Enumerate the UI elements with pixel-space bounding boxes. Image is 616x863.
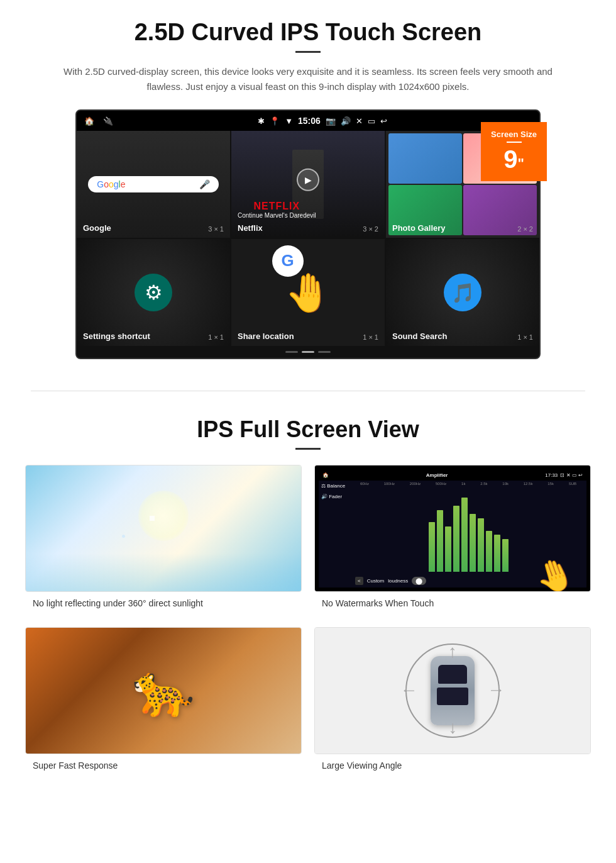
netflix-label: Netflix bbox=[238, 223, 263, 233]
dot-inactive-2 bbox=[318, 351, 331, 353]
window-icon: ▭ bbox=[368, 116, 375, 126]
img-card-sunlight bbox=[25, 465, 302, 592]
share-hand-wrapper: G 🤚 bbox=[285, 270, 332, 315]
amp-title: Amplifier bbox=[331, 472, 542, 478]
amplifier-image: 🏠 Amplifier 17:33 ⊡ ✕ ▭ ↩ ⚖ Balance 🔊 Fa… bbox=[315, 465, 590, 591]
screen-wrapper: Screen Size 9" 🏠 🔌 ✱ 📍 ▼ bbox=[75, 109, 541, 359]
google-label: Google bbox=[83, 223, 111, 233]
music-icon: 🎵 bbox=[444, 274, 481, 311]
cheetah-caption: Super Fast Response bbox=[25, 754, 302, 777]
image-card-car: ↑ ↑ ↑ ↑ Large Viewing Angle bbox=[314, 627, 591, 777]
amp-labels: ⚖ Balance 🔊 Fader bbox=[319, 481, 350, 587]
sunlight-image bbox=[26, 465, 301, 591]
eq-bar-6 bbox=[470, 514, 476, 572]
app-cell-settings[interactable]: ⚙ Settings shortcut 1 × 1 bbox=[77, 239, 230, 346]
app-cell-sound[interactable]: 🎵 Sound Search 1 × 1 bbox=[386, 239, 539, 346]
google-search-bar[interactable]: Google 🎤 bbox=[88, 176, 218, 192]
dot-active bbox=[302, 351, 314, 353]
android-screen: 🏠 🔌 ✱ 📍 ▼ 15:06 📷 🔊 ✕ ▭ ↩ bbox=[75, 109, 541, 359]
amp-home-icon: 🏠 bbox=[322, 472, 329, 478]
car-caption: Large Viewing Angle bbox=[314, 754, 591, 777]
status-bar: 🏠 🔌 ✱ 📍 ▼ 15:06 📷 🔊 ✕ ▭ ↩ bbox=[77, 111, 539, 131]
photo-thumb-1 bbox=[388, 133, 462, 184]
google-logo: Google bbox=[97, 179, 125, 189]
amp-time: 17:33 bbox=[545, 472, 558, 478]
badge-unit: " bbox=[517, 155, 524, 171]
lens-flare2 bbox=[122, 535, 125, 538]
car-roof bbox=[437, 688, 468, 705]
eq-bar-4 bbox=[453, 506, 459, 572]
section-curved-screen: 2.5D Curved IPS Touch Screen With 2.5D c… bbox=[0, 0, 616, 372]
eq-bar-9 bbox=[494, 535, 500, 572]
lens-flare bbox=[150, 516, 155, 521]
car-rotation-circle: ↑ ↑ ↑ ↑ bbox=[405, 643, 500, 738]
hand-icon: 🤚 bbox=[285, 270, 332, 315]
pagination-dots bbox=[77, 346, 539, 358]
eq-freq-labels: 60Hz100Hz200Hz500Hz1k2.5k10k12.5k15kSUB bbox=[350, 481, 586, 487]
location-icon: 📍 bbox=[270, 116, 280, 126]
section1-title: 2.5D Curved IPS Touch Screen bbox=[25, 19, 591, 46]
settings-label: Settings shortcut bbox=[83, 331, 150, 341]
sunlight-rays bbox=[138, 491, 189, 541]
back-btn: < bbox=[355, 577, 363, 585]
status-left-icons: 🏠 🔌 bbox=[84, 116, 113, 126]
eq-bar-7 bbox=[478, 518, 484, 572]
home-icon: 🏠 bbox=[84, 116, 94, 126]
back-icon: ↩ bbox=[380, 116, 387, 126]
sunlight-gradient bbox=[26, 554, 301, 591]
toggle-switch: ⬤ bbox=[412, 577, 426, 585]
badge-title: Screen Size bbox=[491, 130, 537, 139]
usb-icon: 🔌 bbox=[103, 116, 113, 126]
image-card-cheetah: 🐆 Super Fast Response bbox=[25, 627, 302, 777]
screen-mockup-wrapper: Screen Size 9" 🏠 🔌 ✱ 📍 ▼ bbox=[25, 109, 591, 359]
screen-size-badge: Screen Size 9" bbox=[481, 122, 547, 181]
badge-line bbox=[507, 142, 522, 143]
eq-bar-8 bbox=[486, 531, 492, 572]
image-card-amplifier: 🏠 Amplifier 17:33 ⊡ ✕ ▭ ↩ ⚖ Balance 🔊 Fa… bbox=[314, 465, 591, 615]
netflix-logo: NETFLIX bbox=[238, 201, 316, 212]
share-label: Share location bbox=[238, 331, 294, 341]
settings-size: 1 × 1 bbox=[208, 333, 224, 341]
app-cell-netflix[interactable]: ▶ NETFLIX Continue Marvel's Daredevil Ne… bbox=[231, 131, 385, 238]
rotate-arrow-bottom: ↑ bbox=[448, 720, 457, 740]
cheetah-icon: 🐆 bbox=[132, 661, 195, 720]
close-icon: ✕ bbox=[356, 116, 363, 126]
title-underline bbox=[295, 51, 321, 53]
section2-title: IPS Full Screen View bbox=[25, 416, 591, 443]
car-image: ↑ ↑ ↑ ↑ bbox=[315, 628, 590, 754]
section-ips-view: IPS Full Screen View No light reflecting… bbox=[0, 410, 616, 796]
eq-bar-3 bbox=[445, 526, 451, 572]
sunlight-caption: No light reflecting under 360° direct su… bbox=[25, 592, 302, 615]
amp-inner: 🏠 Amplifier 17:33 ⊡ ✕ ▭ ↩ ⚖ Balance 🔊 Fa… bbox=[319, 469, 586, 587]
share-size: 1 × 1 bbox=[363, 333, 378, 341]
mic-icon: 🎤 bbox=[199, 179, 210, 189]
section-divider bbox=[31, 391, 585, 391]
play-button[interactable]: ▶ bbox=[297, 169, 319, 191]
app-cell-google[interactable]: Google 🎤 Google 3 × 1 bbox=[77, 131, 230, 238]
loudness-text: loudness bbox=[388, 578, 408, 584]
google-size: 3 × 1 bbox=[208, 225, 224, 233]
img-card-car: ↑ ↑ ↑ ↑ bbox=[314, 627, 591, 754]
camera-icon: 📷 bbox=[326, 116, 336, 126]
settings-icon: ⚙ bbox=[135, 274, 172, 311]
eq-bar-1 bbox=[429, 522, 435, 572]
netflix-size: 3 × 2 bbox=[363, 225, 378, 233]
photos-size: 2 × 2 bbox=[517, 225, 533, 233]
app-grid: Google 🎤 Google 3 × 1 ▶ bbox=[77, 131, 539, 346]
eq-bar-5 bbox=[461, 498, 468, 572]
amp-fader-label: 🔊 Fader bbox=[321, 494, 348, 499]
amplifier-caption: No Watermarks When Touch bbox=[314, 592, 591, 615]
badge-size: 9" bbox=[491, 145, 537, 174]
amp-icons: ⊡ ✕ ▭ ↩ bbox=[560, 472, 583, 478]
app-cell-share[interactable]: G 🤚 Share location 1 × 1 bbox=[231, 239, 385, 346]
img-card-cheetah: 🐆 bbox=[25, 627, 302, 754]
section2-underline bbox=[295, 448, 321, 450]
photos-label: Photo Gallery bbox=[392, 223, 446, 233]
status-center: ✱ 📍 ▼ 15:06 📷 🔊 ✕ ▭ ↩ bbox=[113, 116, 532, 126]
rotate-arrow-left: ↑ bbox=[398, 686, 418, 695]
netflix-brand: NETFLIX Continue Marvel's Daredevil bbox=[238, 201, 316, 219]
amp-balance-label: ⚖ Balance bbox=[321, 483, 348, 489]
rotate-arrow-top: ↑ bbox=[448, 642, 457, 662]
gear-icon: ⚙ bbox=[145, 281, 163, 304]
netflix-subtitle: Continue Marvel's Daredevil bbox=[238, 212, 316, 219]
